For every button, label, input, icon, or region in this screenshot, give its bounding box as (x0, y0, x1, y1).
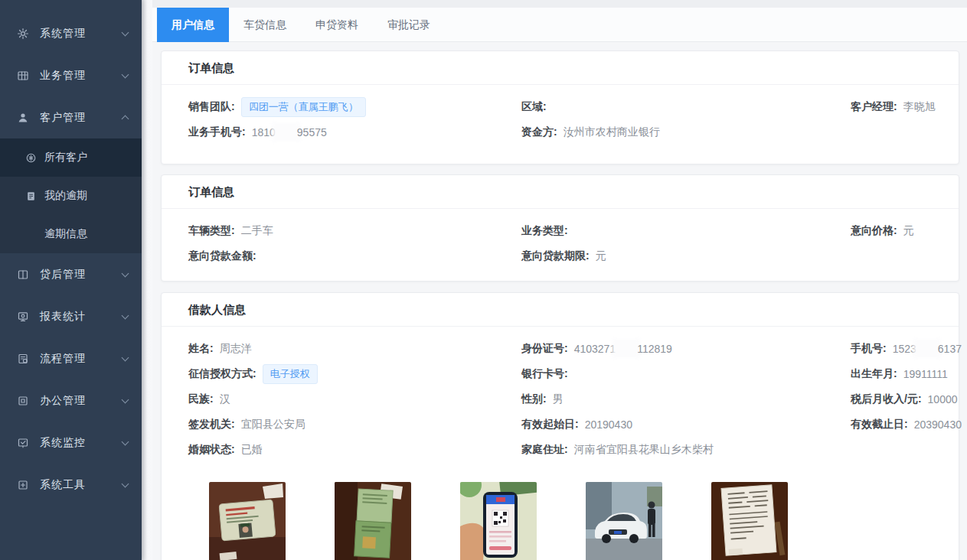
field-region: 区域: (521, 100, 851, 114)
tab-user-info[interactable]: 用户信息 (157, 8, 229, 42)
field-intent-loan-term: 意向贷款期限: 元 (521, 249, 851, 263)
field-valid-to: 有效截止日: 20390430 (851, 418, 962, 431)
sidebar-item-label: 报表统计 (40, 310, 123, 324)
tab-car-loan-info[interactable]: 车贷信息 (229, 8, 301, 42)
field-bank-card: 银行卡号: (521, 367, 851, 381)
field-id-number: 身份证号: 4103271112819 (521, 342, 851, 356)
tab-approval-records[interactable]: 审批记录 (373, 8, 445, 42)
gear-icon (17, 28, 29, 40)
field-name: 姓名: 周志洋 (188, 342, 521, 356)
user-icon (17, 112, 29, 124)
customer-management-submenu: 所有客户 我的逾期 逾期信息 (0, 138, 142, 253)
drivers-license-photo-thumbnail (335, 482, 411, 560)
document-icon (25, 190, 37, 202)
field-vehicle-type: 车辆类型: 二手车 (188, 224, 521, 238)
sidebar-item-label: 系统监控 (40, 436, 123, 450)
field-monthly-income: 税后月收入/元: 10000 (851, 392, 958, 406)
sidebar-item-customer-management[interactable]: 客户管理 (0, 96, 142, 138)
chevron-down-icon (122, 396, 129, 403)
sidebar-item-label: 逾期信息 (44, 227, 87, 241)
credit-auth-tag: 电子授权 (263, 364, 318, 384)
sidebar-item-label: 我的逾期 (44, 189, 87, 203)
sidebar-item-my-overdue[interactable]: 我的逾期 (0, 177, 142, 215)
field-sales-team: 销售团队: 四团一营（直属王鹏飞） (188, 97, 521, 117)
sidebar-item-office-management[interactable]: 办公管理 (0, 379, 142, 422)
order-info-card-1: 订单信息 销售团队: 四团一营（直属王鹏飞） 区域: 客户经理: 李晓旭 业务手… (161, 50, 959, 164)
field-birth-date: 出生年月: 19911111 (851, 367, 948, 381)
chevron-down-icon (122, 480, 129, 487)
field-credit-auth-method: 征信授权方式: 电子授权 (188, 364, 521, 384)
card-title: 订单信息 (162, 51, 959, 85)
coin-icon (25, 152, 37, 164)
sidebar-item-process-management[interactable]: 流程管理 (0, 337, 142, 379)
photo-authorization-screenshot[interactable]: 授权截图 (460, 482, 537, 560)
photo-paper-document[interactable]: 其他资料 (711, 482, 788, 560)
field-mobile-phone: 手机号: 15236137 (851, 342, 962, 356)
sidebar-item-overdue-info[interactable]: 逾期信息 (0, 215, 142, 253)
field-marital-status: 婚姻状态: 已婚 (188, 443, 521, 457)
sidebar-item-business-management[interactable]: 业务管理 (0, 54, 142, 96)
redacted-digits (616, 343, 636, 354)
grid-icon (17, 70, 29, 82)
monitor-check-icon (17, 437, 29, 449)
sidebar-item-label: 流程管理 (40, 352, 123, 366)
book-icon (17, 269, 29, 281)
sidebar-item-label: 办公管理 (40, 394, 123, 408)
order-info-card-2: 订单信息 车辆类型: 二手车 业务类型: 意向价格: 元 意向贷款金额: 意向贷… (161, 174, 959, 282)
field-valid-from: 有效起始日: 20190430 (521, 418, 851, 431)
sidebar-item-system-tools[interactable]: 系统工具 (0, 464, 142, 506)
sidebar-item-label: 业务管理 (40, 69, 123, 83)
detail-tabbar: 用户信息 车贷信息 申贷资料 审批记录 (152, 8, 967, 42)
toolbox-icon (17, 479, 29, 491)
redacted-digits (917, 343, 937, 354)
chevron-down-icon (122, 70, 129, 78)
photo-drivers-license[interactable]: 驾驶证照片 (335, 482, 411, 560)
field-gender: 性别: 男 (521, 392, 851, 406)
sidebar-item-report-statistics[interactable]: 报表统计 (0, 295, 142, 337)
chevron-up-icon (122, 116, 129, 123)
chevron-down-icon (122, 438, 129, 445)
sidebar-item-label: 客户管理 (40, 111, 123, 125)
paper-document-photo-thumbnail (711, 482, 788, 560)
field-issuing-authority: 签发机关: 宜阳县公安局 (188, 418, 521, 431)
sidebar-item-label: 系统工具 (40, 478, 123, 492)
sidebar-item-postloan-management[interactable]: 贷后管理 (0, 253, 142, 295)
sidebar-item-all-customers[interactable]: 所有客户 (0, 138, 142, 177)
content-left-gutter (142, 0, 152, 560)
field-business-type: 业务类型: (521, 224, 851, 238)
field-intent-loan-amount: 意向贷款金额: (188, 249, 521, 263)
chevron-down-icon (122, 269, 129, 277)
sidebar: 系统管理 业务管理 客户管理 所有客户 (0, 0, 142, 560)
photo-id-card[interactable]: 身份证 (209, 482, 286, 560)
chevron-down-icon (122, 28, 129, 36)
person-with-car-photo-thumbnail (586, 482, 662, 560)
monitor-icon (17, 311, 29, 323)
field-intent-price: 意向价格: 元 (851, 224, 932, 238)
tab-loan-application-docs[interactable]: 申贷资料 (301, 8, 373, 42)
sidebar-item-system-monitor[interactable]: 系统监控 (0, 422, 142, 464)
field-business-phone: 业务手机号: 181095575 (188, 125, 521, 139)
sidebar-item-label: 所有客户 (44, 151, 87, 164)
sidebar-item-system-management[interactable]: 系统管理 (0, 12, 142, 54)
card-title: 借款人信息 (162, 293, 959, 327)
photo-person-with-car[interactable]: 人车照 (586, 482, 662, 560)
borrower-info-card: 借款人信息 姓名: 周志洋 身份证号: 4103271112819 手机号: 1… (161, 292, 959, 560)
card-title: 订单信息 (162, 175, 959, 209)
chevron-down-icon (122, 353, 129, 361)
authorization-screenshot-thumbnail (460, 482, 537, 560)
field-account-manager: 客户经理: 李晓旭 (851, 100, 936, 114)
office-icon (17, 395, 29, 407)
field-ethnicity: 民族: 汉 (188, 392, 521, 406)
borrower-photos: 身份证 (188, 462, 932, 560)
field-funder: 资金方: 汝州市农村商业银行 (521, 125, 851, 139)
sidebar-item-label: 系统管理 (40, 27, 123, 41)
chevron-down-icon (122, 311, 129, 319)
top-strip (152, 0, 967, 8)
id-card-photo-thumbnail (209, 482, 286, 560)
redacted-digits (276, 126, 296, 138)
sidebar-item-label: 贷后管理 (40, 268, 123, 282)
flow-icon (17, 353, 29, 365)
field-home-address: 家庭住址: 河南省宜阳县花果山乡木柴村 (521, 443, 851, 457)
sales-team-tag: 四团一营（直属王鹏飞） (241, 97, 366, 117)
